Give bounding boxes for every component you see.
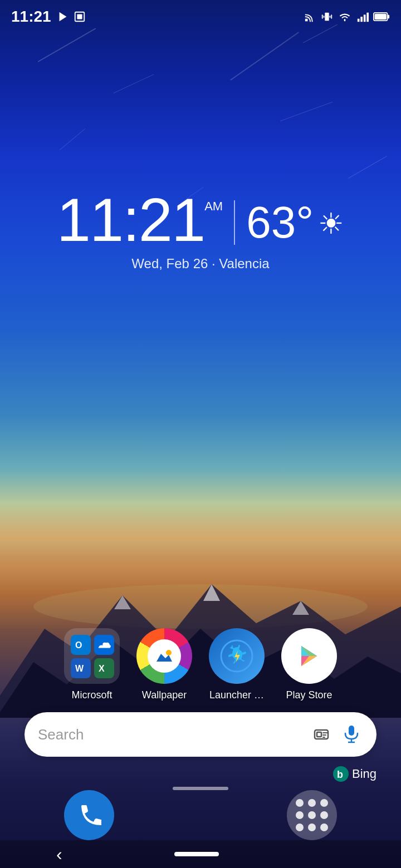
status-time: 11:21 — [11, 8, 51, 26]
svg-text:W: W — [75, 664, 84, 673]
play-icon — [57, 11, 69, 23]
dot-6 — [320, 811, 328, 819]
dot-2 — [308, 799, 316, 807]
microsoft-label: Microsoft — [71, 689, 112, 701]
dot-5 — [308, 811, 316, 819]
svg-point-21 — [166, 650, 172, 655]
lens-icon[interactable] — [310, 723, 333, 746]
svg-rect-11 — [358, 19, 360, 22]
nav-home-button — [174, 852, 219, 856]
clock-time-group: 11:21 AM — [57, 189, 223, 250]
launcher-label: Launcher … — [209, 689, 264, 701]
svg-rect-13 — [364, 14, 366, 22]
nav-bar: ‹ — [0, 840, 401, 868]
wallpaper-inner — [148, 639, 181, 673]
status-icons-left — [57, 11, 86, 23]
battery-icon — [373, 11, 390, 23]
svg-rect-12 — [360, 17, 363, 22]
search-placeholder: Search — [38, 726, 303, 743]
wallpaper-icon — [136, 628, 192, 684]
svg-rect-26 — [322, 734, 326, 736]
dot-9 — [320, 823, 328, 831]
status-bar: 11:21 — [0, 0, 401, 33]
dot-7 — [296, 823, 304, 831]
playstore-app[interactable]: Play Store — [281, 628, 337, 701]
phone-button[interactable] — [64, 790, 114, 840]
dot-1 — [296, 799, 304, 807]
bing-text: Bing — [352, 767, 376, 781]
phone-icon — [77, 803, 101, 827]
launcher-app[interactable]: Launcher … — [209, 628, 265, 701]
clock-am: AM — [204, 199, 223, 214]
wifi-icon — [338, 11, 352, 23]
dot-4 — [296, 811, 304, 819]
screenshot-icon — [74, 11, 86, 23]
svg-marker-2 — [59, 12, 66, 22]
dot-8 — [308, 823, 316, 831]
vibrate-icon — [321, 11, 333, 23]
nav-back-button[interactable]: ‹ — [56, 845, 62, 863]
svg-rect-17 — [375, 14, 387, 20]
apps-grid-icon — [294, 797, 330, 834]
microphone-icon[interactable] — [340, 723, 363, 746]
svg-rect-8 — [331, 14, 332, 18]
clock-divider — [234, 200, 235, 245]
clock-time: 11:21 — [57, 189, 204, 250]
svg-rect-28 — [349, 726, 354, 736]
bing-label[interactable]: b Bing — [333, 766, 376, 782]
svg-rect-4 — [77, 14, 82, 19]
wallpaper-app[interactable]: Wallpaper — [136, 628, 192, 701]
clock-weather: 63° ☀ — [246, 200, 344, 245]
microsoft-folder-icon: O W X — [64, 628, 120, 684]
playstore-label: Play Store — [286, 689, 332, 701]
svg-rect-5 — [305, 19, 308, 22]
outlook-mini-icon: O — [71, 635, 91, 655]
apps-button[interactable] — [287, 790, 337, 840]
wallpaper-label: Wallpaper — [142, 689, 187, 701]
svg-rect-24 — [317, 732, 321, 737]
word-mini-icon: W — [71, 658, 91, 678]
clock-temperature: 63° — [246, 200, 314, 245]
svg-rect-16 — [388, 14, 390, 18]
svg-text:b: b — [337, 769, 343, 780]
clock-date: Wed, Feb 26 · Valencia — [0, 256, 401, 272]
signal-icon — [356, 11, 369, 23]
microsoft-app[interactable]: O W X Microsoft — [64, 628, 120, 701]
svg-rect-10 — [330, 16, 331, 18]
svg-rect-25 — [322, 732, 328, 733]
bing-logo-icon: b — [333, 766, 349, 782]
svg-text:X: X — [99, 664, 105, 673]
svg-rect-27 — [322, 737, 325, 738]
clock-main: 11:21 AM 63° ☀ — [0, 189, 401, 250]
bottom-dock — [0, 790, 401, 840]
app-dock: O W X Microsoft Wa — [0, 628, 401, 701]
svg-rect-9 — [324, 16, 325, 18]
svg-rect-14 — [366, 13, 369, 22]
status-right — [304, 11, 390, 23]
excel-mini-icon: X — [94, 658, 114, 678]
playstore-icon — [281, 628, 337, 684]
search-bar[interactable]: Search — [25, 712, 376, 757]
onedrive-mini-icon — [94, 635, 114, 655]
launcher-icon — [209, 628, 265, 684]
cast-icon — [304, 11, 316, 23]
clock-widget: 11:21 AM 63° ☀ Wed, Feb 26 · Valencia — [0, 189, 401, 272]
dot-3 — [320, 799, 328, 807]
sun-icon: ☀ — [318, 207, 344, 240]
svg-rect-6 — [325, 13, 329, 21]
svg-text:O: O — [75, 640, 82, 650]
svg-rect-7 — [322, 14, 323, 18]
status-left: 11:21 — [11, 8, 86, 26]
